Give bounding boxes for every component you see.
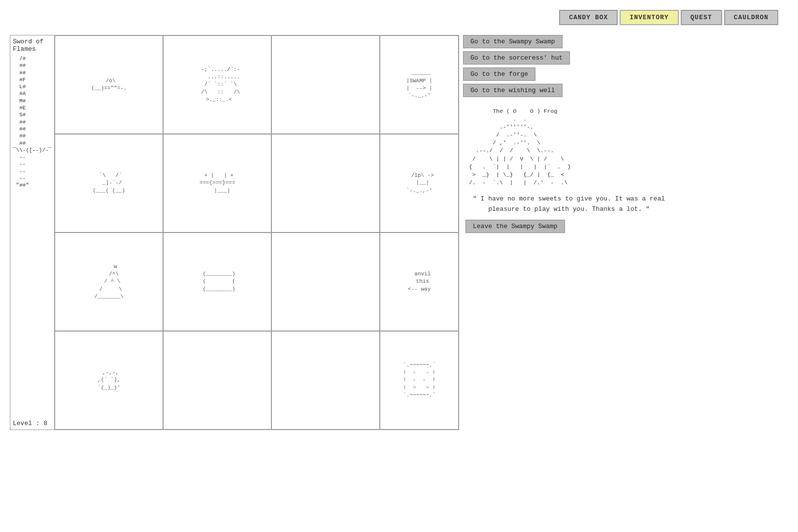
map-grid: /o\ (__)==""=-. -;`...../`:- ...::..... … [54,35,459,430]
goto-forge-btn[interactable]: Go to the forge [463,67,535,81]
cell-ascii-r0c3: ______ |SWAMP | | --> | `-._.-' [406,69,432,100]
grid-cell-r0c0: /o\ (__)==""=-. [55,35,163,134]
inventory-btn[interactable]: INVENTORY [620,10,678,25]
grid-cell-r2c2 [271,233,380,331]
grid-cell-r2c3: anvil this <-- way [380,233,459,331]
cell-ascii-r1c0: `\ /` _)-`-/ (___( (__) [93,172,125,195]
grid-cell-r2c0: w /^\ / ^ \ / \ /_______\ [55,233,163,331]
frog-container: The ( O O ) Frog . . .-''''''-. / .-''-.… [463,105,724,235]
candy-box-btn[interactable]: CANDY BOX [559,10,618,25]
sword-label: Sword of Flames [13,38,52,53]
cell-ascii-r3c3: `.~~~~~~.` ! - - ! ! - - ! ! ~ ~ ! `.~~~… [403,362,435,399]
cell-ascii-r3c0: ,-,-, ,(` `), `(_)_)' [98,369,120,392]
main-content: Sword of Flames /# ## ## #F L# #A M# #E … [10,35,788,430]
grid-cell-r0c1: -;`...../`:- ...::..... /` `::` `\ /\ ::… [163,35,271,134]
level-label: Level : 8 [13,420,52,427]
grid-cell-r0c2 [271,35,380,134]
grid-cell-r3c1 [163,331,271,430]
goto-wishing-well-btn[interactable]: Go to the wishing well [463,84,563,97]
cell-ascii-r2c0: w /^\ / ^ \ / \ /_______\ [95,263,124,301]
goto-swampy-swamp-btn[interactable]: Go to the Swampy Swamp [463,35,563,48]
player-sidebar: Sword of Flames /# ## ## #F L# #A M# #E … [10,35,54,430]
sword-ascii: /# ## ## #F L# #A M# #E S# ## ## ## ## ¯… [13,55,52,189]
cell-ascii-r2c3: anvil this <-- way [408,270,431,293]
cell-ascii-r1c3: /lp\ -> |__| `-._.,-' [405,172,434,195]
cauldron-btn[interactable]: CAULDRON [724,10,778,25]
grid-cell-r1c0: `\ /` _)-`-/ (___( (__) [55,134,163,233]
grid-cell-r3c0: ,-,-, ,(` `), `(_)_)' [55,331,163,430]
cell-ascii-r2c1: (________) ( ( (________) [200,270,235,293]
grid-cell-r1c3: /lp\ -> |__| `-._.,-' [380,134,459,233]
cell-ascii-r0c0: /o\ (__)==""=-. [91,77,127,93]
cell-ascii-r1c1: + | | + ==={===}=== |___| [200,172,235,195]
game-grid: Sword of Flames /# ## ## #F L# #A M# #E … [10,35,453,430]
right-panel: Go to the Swampy Swamp Go to the sorcere… [463,35,724,430]
frog-speech-text: " I have no more sweets to give you. It … [466,194,672,215]
grid-cell-r3c3: `.~~~~~~.` ! - - ! ! - - ! ! ~ ~ ! `.~~~… [380,331,459,430]
grid-cell-r1c2 [271,134,380,233]
quest-btn[interactable]: QUEST [681,10,722,25]
cell-ascii-r0c1: -;`...../`:- ...::..... /` `::` `\ /\ ::… [195,66,240,104]
grid-cell-r1c1: + | | + ==={===}=== |___| [163,134,271,233]
leave-swampy-swamp-btn[interactable]: Leave the Swampy Swamp [466,220,565,233]
frog-ascii-art: The ( O O ) Frog . . .-''''''-. / .-''-.… [466,107,722,187]
left-panel: Sword of Flames /# ## ## #F L# #A M# #E … [10,35,453,430]
goto-sorceress-hut-btn[interactable]: Go to the sorceress' hut [463,51,570,65]
grid-cell-r3c2 [271,331,380,430]
grid-cell-r0c3: ______ |SWAMP | | --> | `-._.-' [380,35,459,134]
grid-cell-r2c1: (________) ( ( (________) [163,233,271,331]
top-navigation: CANDY BOX INVENTORY QUEST CAULDRON [10,5,788,30]
